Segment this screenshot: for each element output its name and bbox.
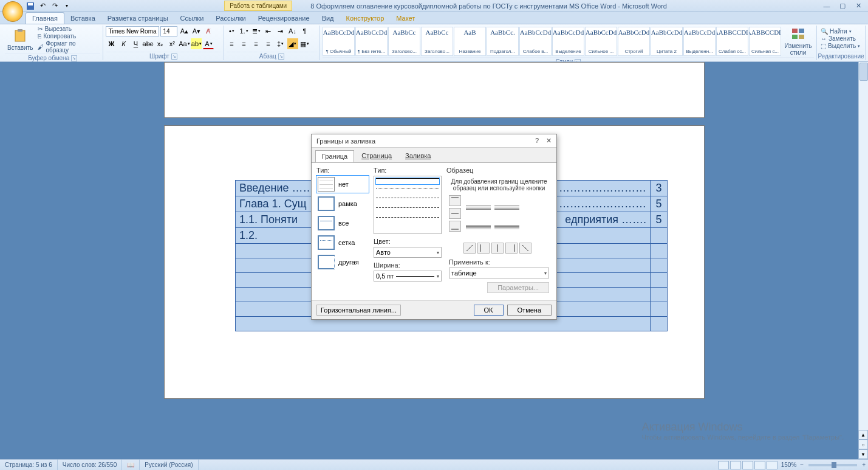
style-item[interactable]: AaBbCcDdВыделенн... — [683, 27, 716, 56]
outline-view[interactable] — [754, 461, 765, 469]
preset-grid[interactable]: сетка — [316, 234, 369, 251]
tab-table-layout[interactable]: Макет — [390, 13, 421, 24]
zoom-value[interactable]: 150% — [781, 461, 797, 468]
clipboard-launcher[interactable]: ↘ — [71, 55, 77, 61]
table-cell[interactable]: 5 — [651, 212, 668, 228]
tab-review[interactable]: Рецензирование — [252, 13, 316, 24]
numbering-button[interactable]: 1. — [239, 26, 250, 36]
style-item[interactable]: AaBbCcЗаголово... — [388, 27, 420, 56]
font-launcher[interactable]: ↘ — [171, 54, 177, 60]
dialog-tab-border[interactable]: Граница — [315, 150, 354, 162]
table-cell[interactable]: 5 — [651, 196, 668, 212]
line-style-solid[interactable] — [376, 178, 439, 184]
status-proofing[interactable]: 📖 — [122, 460, 140, 470]
replace-button[interactable]: ↔Заменить — [819, 35, 861, 42]
justify-button[interactable]: ≡ — [263, 38, 274, 49]
font-name-combo[interactable] — [106, 26, 159, 36]
style-item[interactable]: AaBbCcDdСтрогий — [618, 27, 650, 56]
font-size-combo[interactable] — [160, 26, 177, 36]
style-item[interactable]: AaBbCcDdСлабое в... — [519, 27, 552, 56]
align-right-button[interactable]: ≡ — [251, 38, 262, 49]
change-styles-button[interactable]: Изменить стили — [782, 26, 814, 57]
style-item[interactable]: AABBCCDDСлабая сс... — [716, 27, 748, 56]
tab-references[interactable]: Ссылки — [174, 13, 210, 24]
width-combo[interactable]: 0,5 пт▾ — [374, 271, 442, 282]
style-item[interactable]: AABBCCDDСильная с... — [749, 27, 781, 56]
shrink-font-button[interactable]: A▾ — [191, 26, 202, 36]
select-button[interactable]: ⬚Выделить▾ — [819, 43, 861, 49]
table-cell[interactable] — [651, 228, 668, 244]
browse-prev-button[interactable]: ▲ — [858, 430, 868, 440]
undo-icon[interactable]: ↶ — [38, 1, 47, 11]
edge-right-button[interactable] — [505, 243, 518, 254]
line-style-dashed[interactable] — [376, 198, 439, 204]
change-case-button[interactable]: Aa — [179, 38, 190, 49]
underline-button[interactable]: Ч — [130, 38, 141, 49]
color-combo[interactable]: Авто▾ — [374, 247, 442, 258]
zoom-in-button[interactable]: + — [862, 461, 866, 468]
full-reading-view[interactable] — [730, 461, 741, 469]
ok-button[interactable]: ОК — [474, 305, 504, 316]
style-item[interactable]: AaBbCcDdСильное ... — [585, 27, 617, 56]
tab-design[interactable]: Конструктор — [340, 13, 391, 24]
zoom-thumb[interactable] — [832, 462, 836, 468]
style-item[interactable]: АаВНазвание — [454, 27, 486, 56]
line-style-dashed2[interactable] — [376, 207, 439, 213]
style-item[interactable]: AaBbCc.Подзагол... — [487, 27, 519, 56]
table-cell[interactable] — [651, 288, 668, 302]
borders-button[interactable]: ▦ — [299, 38, 310, 49]
tab-home[interactable]: Главная — [26, 12, 64, 24]
table-cell[interactable] — [651, 302, 668, 317]
status-page[interactable]: Страница: 5 из 6 — [0, 460, 58, 470]
font-color-button[interactable]: A — [203, 38, 214, 49]
subscript-button[interactable]: x₂ — [154, 38, 165, 49]
dialog-tab-shading[interactable]: Заливка — [399, 150, 437, 162]
line-style-listbox[interactable] — [374, 176, 442, 234]
edge-bottom-button[interactable] — [449, 221, 461, 232]
apply-to-combo[interactable]: таблице▾ — [449, 268, 549, 278]
clear-format-button[interactable]: A̸ — [203, 26, 214, 36]
preset-all[interactable]: все — [316, 215, 369, 232]
italic-button[interactable]: К — [118, 38, 129, 49]
edge-vmiddle-button[interactable] — [491, 243, 504, 254]
zoom-slider[interactable] — [808, 464, 857, 466]
preset-custom[interactable]: другая — [316, 254, 369, 271]
show-marks-button[interactable]: ¶ — [299, 26, 310, 36]
scroll-thumb[interactable] — [859, 63, 868, 81]
edge-hmiddle-button[interactable] — [449, 208, 461, 219]
edge-top-button[interactable] — [449, 195, 461, 206]
style-item[interactable]: AaBbCcDdЦитата 2 — [651, 27, 683, 56]
browse-next-button[interactable]: ▼ — [858, 449, 868, 459]
draft-view[interactable] — [767, 461, 777, 469]
minimize-button[interactable]: — — [819, 1, 834, 11]
multilevel-button[interactable]: ≣ — [251, 26, 262, 36]
status-wordcount[interactable]: Число слов: 26/550 — [58, 460, 123, 470]
dialog-help-button[interactable]: ? — [535, 137, 539, 145]
table-cell[interactable] — [651, 258, 668, 273]
save-icon[interactable] — [26, 1, 35, 11]
qat-dropdown-icon[interactable]: ▾ — [62, 1, 72, 11]
web-layout-view[interactable] — [742, 461, 753, 469]
paragraph-launcher[interactable]: ↘ — [278, 54, 284, 60]
table-cell[interactable]: 3 — [651, 181, 668, 196]
redo-icon[interactable]: ↷ — [50, 1, 60, 11]
preset-box[interactable]: рамка — [316, 195, 369, 212]
strike-button[interactable]: abc — [142, 38, 153, 49]
dialog-tab-page[interactable]: Страница — [355, 150, 398, 162]
line-style-dashed3[interactable] — [376, 217, 439, 223]
bullets-button[interactable]: • — [227, 26, 238, 36]
line-style-dotted[interactable] — [376, 188, 439, 194]
zoom-out-button[interactable]: − — [800, 461, 804, 468]
tab-layout[interactable]: Разметка страницы — [101, 13, 174, 24]
table-cell[interactable] — [651, 244, 668, 258]
edge-diag2-button[interactable] — [519, 243, 531, 254]
vertical-scrollbar[interactable] — [858, 62, 868, 447]
align-center-button[interactable]: ≡ — [239, 38, 250, 49]
superscript-button[interactable]: x² — [166, 38, 177, 49]
sort-button[interactable]: A↓ — [287, 26, 298, 36]
edge-left-button[interactable] — [477, 243, 490, 254]
table-cell[interactable] — [651, 317, 668, 331]
dialog-close-button[interactable]: ✕ — [546, 137, 552, 145]
paste-button[interactable]: Вставить — [5, 27, 35, 52]
highlight-button[interactable]: ab — [191, 38, 202, 49]
